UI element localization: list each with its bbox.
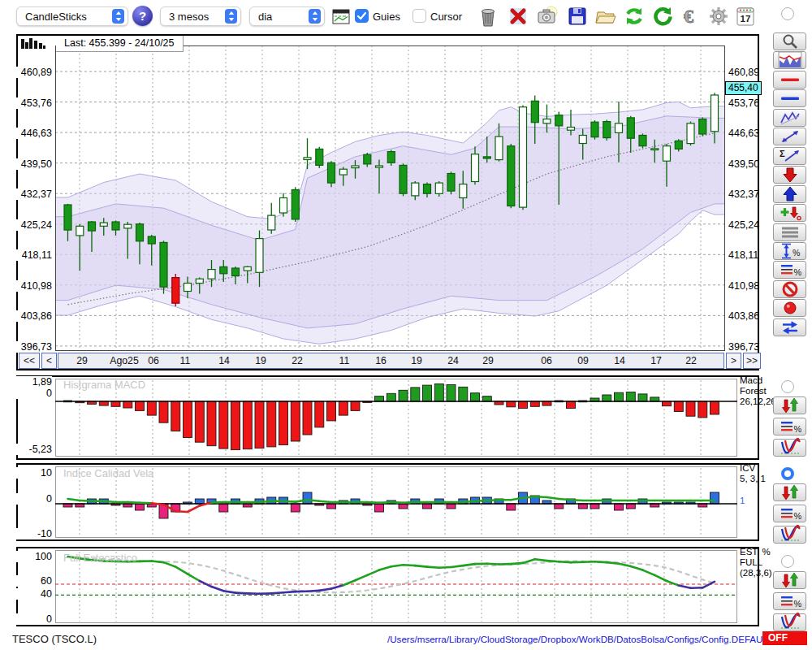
icv-plot[interactable]: [55, 466, 737, 538]
forbidden-button[interactable]: [773, 280, 806, 298]
config-path-link[interactable]: /Users/mserra/Library/CloudStorage/Dropb…: [387, 634, 789, 644]
panel-2-levels-percent-button[interactable]: %: [773, 592, 806, 610]
red-line-button[interactable]: [773, 71, 806, 89]
open-folder-icon: [594, 6, 617, 26]
vertical-range-button[interactable]: %: [773, 242, 806, 260]
date-tick-label: 22: [292, 355, 303, 366]
icv-value-label: 1: [740, 496, 745, 506]
panel-1-radio[interactable]: [781, 467, 794, 480]
select-stepper-icon: [112, 9, 124, 24]
date-tick-label: 06: [541, 355, 552, 366]
date-tick-label: 17: [650, 355, 662, 366]
sigma-trendline-button[interactable]: Σ: [773, 147, 806, 165]
price-tick-label: 453,76: [728, 98, 761, 109]
panel-2-down-up-arrows-button[interactable]: [773, 571, 806, 589]
svg-text:€: €: [684, 6, 693, 27]
stoch-right-label-3: (28,3,6): [740, 568, 772, 578]
panel-0-curve-button[interactable]: [773, 439, 806, 457]
select-stepper-icon: [309, 9, 321, 24]
help-button[interactable]: ?: [132, 6, 153, 26]
arrow-down-button[interactable]: [773, 166, 806, 184]
refresh-icon: [624, 6, 645, 27]
delete-x-button[interactable]: [505, 4, 531, 28]
record-button[interactable]: [773, 299, 806, 317]
curve-icon: [779, 438, 801, 457]
main-chart-radio[interactable]: [781, 7, 794, 20]
icv-right-label-2: 5, 3, 1: [740, 474, 766, 484]
camera-button[interactable]: [534, 4, 560, 28]
swap-arrows-button[interactable]: [773, 318, 806, 336]
trendline-icon: [779, 128, 801, 145]
guies-checkbox-label: Guies: [373, 11, 400, 23]
macd-ymax-label: 1,89: [16, 376, 52, 388]
levels-percent-button[interactable]: %: [773, 261, 806, 279]
trash-button[interactable]: [475, 4, 501, 28]
price-tick-label: 432,37: [16, 188, 52, 200]
list-icon: [779, 223, 801, 241]
list-button[interactable]: [773, 223, 806, 241]
panel-0-down-up-arrows-button[interactable]: [773, 396, 806, 414]
levels-percent-icon: %: [779, 592, 801, 610]
panel-0-levels-percent-button[interactable]: %: [773, 418, 806, 436]
price-tick-label: 439,50: [728, 158, 761, 170]
macd-right-label-2: Forest: [740, 386, 767, 396]
guies-checkbox[interactable]: [355, 9, 369, 23]
chart-type-select[interactable]: CandleSticks: [16, 6, 128, 26]
scroll-back-button[interactable]: <: [41, 353, 57, 369]
calendar-button[interactable]: 17: [732, 4, 758, 28]
panel-1-curve-button[interactable]: [773, 526, 806, 544]
panel-2-curve-button[interactable]: [773, 613, 806, 631]
date-axis[interactable]: 29Ago25061114192211161924290609141722: [58, 353, 724, 369]
stoch-plot[interactable]: [55, 550, 737, 623]
macd-ymin-label: -5,23: [16, 444, 52, 455]
macd-right-label-3: 26,12,26: [740, 396, 776, 407]
panel-0-radio[interactable]: [781, 380, 794, 393]
price-tick-label: 418,11: [16, 249, 52, 261]
stoch-y40-label: 40: [16, 588, 52, 600]
refresh-button[interactable]: [621, 4, 647, 28]
trash-icon: [477, 5, 499, 28]
add-signal-button[interactable]: [773, 204, 806, 222]
zoom-button[interactable]: [773, 32, 806, 50]
panel-1-levels-percent-button[interactable]: %: [773, 505, 806, 522]
macd-plot[interactable]: [55, 379, 737, 457]
down-up-arrows-icon: [779, 396, 801, 414]
scroll-fast-back-button[interactable]: <<: [19, 353, 40, 369]
price-tick-label: 460,89: [728, 67, 761, 78]
panel-2-radio[interactable]: [781, 555, 794, 568]
save-button[interactable]: [564, 4, 590, 28]
undo-button[interactable]: [650, 4, 676, 28]
period-select[interactable]: dia: [249, 6, 325, 26]
open-folder-button[interactable]: [593, 4, 619, 28]
zigzag-button[interactable]: [773, 109, 806, 127]
histogram-mini-icon: [20, 37, 46, 54]
swap-arrows-icon: [779, 318, 801, 336]
vertical-range-icon: %: [779, 242, 801, 260]
stoch-y100-label: 100: [16, 551, 52, 562]
candlestick-plot[interactable]: [55, 46, 725, 351]
zigzag-icon: [779, 109, 801, 127]
zoom-icon: [779, 32, 801, 50]
date-tick-label: 11: [339, 355, 350, 366]
price-tick-label: 460,89: [16, 67, 52, 78]
panel-1-down-up-arrows-button[interactable]: [773, 483, 806, 501]
cursor-checkbox[interactable]: [412, 9, 426, 23]
price-tick-label: 432,37: [728, 188, 761, 200]
blue-line-button[interactable]: [773, 89, 806, 107]
scroll-fwd-button[interactable]: >: [726, 353, 741, 369]
red-line-icon: [779, 71, 801, 89]
svg-text:Σ: Σ: [780, 149, 785, 158]
date-tick-label: 14: [218, 355, 230, 366]
off-toggle-button[interactable]: OFF: [762, 631, 807, 645]
price-chart-button[interactable]: [773, 51, 806, 69]
price-tick-label: 410,98: [16, 280, 52, 292]
scroll-fast-fwd-button[interactable]: >>: [743, 353, 761, 369]
euro-button[interactable]: €: [679, 4, 705, 28]
trendline-button[interactable]: [773, 128, 806, 145]
chart-window-button[interactable]: [331, 8, 351, 24]
range-select[interactable]: 3 mesos: [160, 6, 241, 26]
gear-button[interactable]: [706, 4, 732, 28]
price-tick-label: 403,86: [16, 310, 52, 322]
arrow-up-button[interactable]: [773, 185, 806, 203]
icv-ymax-label: 10: [16, 467, 52, 479]
